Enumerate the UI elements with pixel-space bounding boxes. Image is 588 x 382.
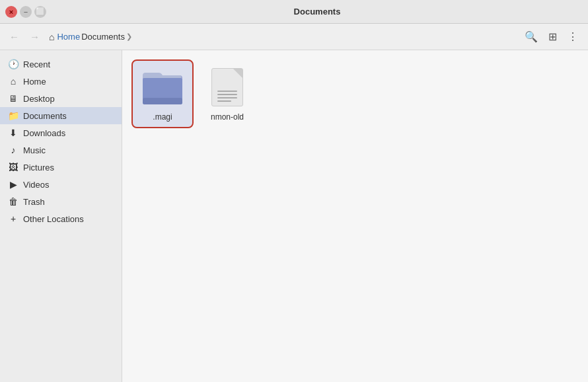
- sidebar-item-documents[interactable]: 📁 Documents: [0, 107, 122, 124]
- sidebar-item-pictures[interactable]: 🖼 Pictures: [0, 159, 122, 176]
- view-toggle-button[interactable]: ⊞: [544, 28, 562, 46]
- maximize-button[interactable]: ⬜: [34, 6, 46, 18]
- file-line-3: [217, 97, 237, 98]
- file-line-1: [217, 91, 237, 92]
- forward-icon: →: [30, 31, 40, 42]
- svg-rect-2: [143, 98, 182, 104]
- file-line-2: [217, 94, 237, 95]
- sidebar-item-label: Documents: [23, 111, 67, 121]
- music-icon: ♪: [8, 145, 18, 155]
- generic-file-shape: [211, 68, 243, 106]
- grid-view-icon: ⊞: [548, 30, 557, 43]
- sidebar: 🕐 Recent ⌂ Home 🖥 Desktop 📁 Documents ⬇ …: [0, 50, 122, 382]
- sidebar-item-other-locations[interactable]: + Other Locations: [0, 210, 122, 227]
- sidebar-item-label: Trash: [23, 197, 45, 207]
- breadcrumb-arrow: ❯: [126, 32, 132, 41]
- sidebar-item-label: Desktop: [23, 94, 55, 104]
- menu-button[interactable]: ⋮: [563, 28, 583, 46]
- sidebar-item-recent[interactable]: 🕐 Recent: [0, 56, 122, 73]
- forward-button[interactable]: →: [26, 28, 44, 45]
- breadcrumb: ⌂ Home Documents ❯: [46, 32, 517, 42]
- sidebar-item-label: Recent: [23, 59, 50, 69]
- recent-icon: 🕐: [8, 59, 18, 69]
- downloads-icon: ⬇: [8, 128, 18, 138]
- minimize-button[interactable]: −: [20, 6, 32, 18]
- back-icon: ←: [9, 31, 19, 42]
- navbar: ← → ⌂ Home Documents ❯ 🔍 ⊞ ⋮: [0, 24, 588, 50]
- sidebar-item-trash[interactable]: 🗑 Trash: [0, 193, 122, 210]
- folder-icon-magi: [141, 66, 184, 108]
- breadcrumb-home-link[interactable]: Home: [57, 32, 80, 42]
- home-icon: ⌂: [8, 76, 18, 87]
- sidebar-item-home[interactable]: ⌂ Home: [0, 73, 122, 90]
- window-controls: × − ⬜: [5, 6, 46, 18]
- back-button[interactable]: ←: [5, 28, 23, 45]
- window-title: Documents: [52, 7, 583, 17]
- file-item-magi[interactable]: .magi: [133, 61, 192, 127]
- search-icon: 🔍: [525, 30, 538, 43]
- other-locations-icon: +: [8, 213, 18, 224]
- kebab-menu-icon: ⋮: [568, 30, 578, 43]
- sidebar-item-label: Pictures: [23, 163, 54, 172]
- sidebar-item-downloads[interactable]: ⬇ Downloads: [0, 124, 122, 141]
- sidebar-item-label: Home: [23, 77, 46, 87]
- sidebar-item-label: Music: [23, 145, 46, 155]
- close-button[interactable]: ×: [5, 6, 17, 18]
- videos-icon: ▶: [8, 179, 18, 190]
- file-label-magi: .magi: [153, 112, 172, 122]
- sidebar-item-desktop[interactable]: 🖥 Desktop: [0, 90, 122, 107]
- sidebar-item-label: Videos: [23, 180, 50, 190]
- folder-svg-magi: [141, 66, 184, 108]
- toolbar-right: 🔍 ⊞ ⋮: [520, 28, 583, 46]
- sidebar-item-label: Other Locations: [23, 214, 84, 224]
- home-breadcrumb-icon: ⌂: [49, 32, 54, 42]
- main-layout: 🕐 Recent ⌂ Home 🖥 Desktop 📁 Documents ⬇ …: [0, 50, 588, 382]
- file-label-nmon-old: nmon-old: [211, 112, 244, 122]
- file-line-4: [217, 100, 231, 102]
- file-icon-nmon-old: [206, 66, 248, 108]
- search-button[interactable]: 🔍: [520, 28, 542, 46]
- documents-icon: 📁: [8, 110, 18, 121]
- file-item-nmon-old[interactable]: nmon-old: [198, 61, 257, 127]
- trash-icon: 🗑: [8, 196, 18, 207]
- titlebar: × − ⬜ Documents: [0, 0, 588, 24]
- pictures-icon: 🖼: [8, 162, 18, 172]
- sidebar-item-music[interactable]: ♪ Music: [0, 141, 122, 159]
- file-browser-content: .magi nmon-old: [122, 50, 588, 382]
- sidebar-item-label: Downloads: [23, 128, 65, 138]
- breadcrumb-current: Documents: [81, 32, 125, 42]
- file-content-lines: [217, 91, 237, 102]
- sidebar-item-videos[interactable]: ▶ Videos: [0, 176, 122, 193]
- desktop-icon: 🖥: [8, 93, 18, 104]
